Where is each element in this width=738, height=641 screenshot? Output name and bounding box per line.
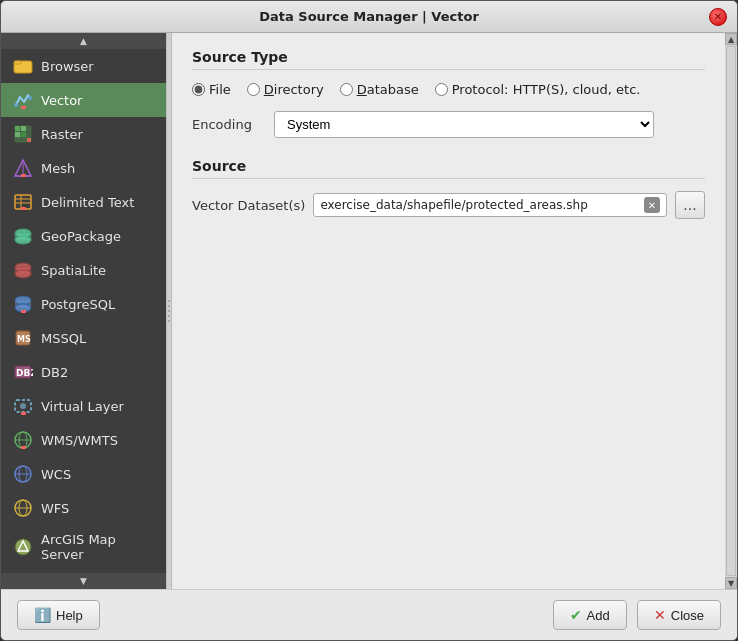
delimited-icon [13, 192, 33, 212]
sidebar-scroll-down[interactable]: ▼ [1, 573, 166, 589]
db2-icon: DB2 [13, 362, 33, 382]
sidebar-item-browser[interactable]: Browser [1, 49, 166, 83]
resize-dots [168, 300, 170, 322]
sidebar-label-raster: Raster [41, 127, 83, 142]
source-type-title: Source Type [192, 49, 705, 70]
radio-file[interactable]: File [192, 82, 231, 97]
mssql-icon: MS [13, 328, 33, 348]
sidebar-item-arcgis-map[interactable]: ArcGIS Map Server [1, 525, 166, 569]
dataset-row: Vector Dataset(s) exercise_data/shapefil… [192, 191, 705, 219]
svg-point-2 [14, 103, 18, 107]
svg-text:DB2: DB2 [16, 368, 33, 378]
svg-rect-10 [27, 138, 31, 142]
close-label: Close [671, 608, 704, 623]
radio-protocol[interactable]: Protocol: HTTP(S), cloud, etc. [435, 82, 641, 97]
window-title: Data Source Manager | Vector [29, 9, 709, 24]
scroll-up-arrow[interactable]: ▲ [725, 33, 737, 45]
sidebar-label-postgresql: PostgreSQL [41, 297, 115, 312]
svg-rect-35 [21, 412, 26, 415]
scroll-down-arrow[interactable]: ▼ [725, 577, 737, 589]
radio-directory[interactable]: Directory [247, 82, 324, 97]
postgresql-icon [13, 294, 33, 314]
sidebar-item-wcs[interactable]: WCS [1, 457, 166, 491]
radio-database-input[interactable] [340, 83, 353, 96]
svg-rect-14 [21, 174, 26, 177]
radio-directory-label: Directory [264, 82, 324, 97]
svg-rect-9 [21, 132, 26, 137]
arcgis-map-icon [13, 537, 33, 557]
svg-rect-7 [21, 126, 26, 131]
browse-button[interactable]: ... [675, 191, 705, 219]
panel-scrollbar: ▲ ▼ [725, 33, 737, 589]
sidebar-item-mesh[interactable]: Mesh [1, 151, 166, 185]
svg-text:MS: MS [17, 335, 31, 344]
encoding-label: Encoding [192, 117, 262, 132]
titlebar: Data Source Manager | Vector ✕ [1, 1, 737, 33]
right-panel: Source Type File Directory Database Prot… [172, 33, 725, 589]
sidebar-label-mesh: Mesh [41, 161, 75, 176]
dataset-input-wrapper: exercise_data/shapefile/protected_areas.… [313, 193, 667, 217]
svg-rect-1 [14, 61, 21, 64]
sidebar-item-delimited[interactable]: Delimited Text [1, 185, 166, 219]
close-icon: ✕ [654, 607, 666, 623]
sidebar-item-wfs[interactable]: WFS [1, 491, 166, 525]
clear-dataset-button[interactable]: ✕ [644, 197, 660, 213]
svg-rect-4 [21, 106, 26, 109]
svg-rect-19 [21, 207, 26, 210]
svg-rect-8 [15, 132, 20, 137]
sidebar-item-db2[interactable]: DB2 DB2 [1, 355, 166, 389]
sidebar-label-wfs: WFS [41, 501, 69, 516]
close-button[interactable]: ✕ Close [637, 600, 721, 630]
svg-rect-29 [21, 310, 26, 313]
sidebar-label-wms: WMS/WMTS [41, 433, 118, 448]
vector-icon [13, 90, 33, 110]
add-button[interactable]: ✔ Add [553, 600, 627, 630]
sidebar-item-vector[interactable]: Vector [1, 83, 166, 117]
footer: ℹ️ Help ✔ Add ✕ Close [1, 589, 737, 640]
sidebar-item-postgresql[interactable]: PostgreSQL [1, 287, 166, 321]
sidebar-scroll-up[interactable]: ▲ [1, 33, 166, 49]
help-label: Help [56, 608, 83, 623]
sidebar-item-spatialite[interactable]: SpatiaLite [1, 253, 166, 287]
folder-icon [13, 56, 33, 76]
sidebar-item-mssql[interactable]: MS MSSQL [1, 321, 166, 355]
svg-point-25 [15, 270, 31, 278]
source-type-options: File Directory Database Protocol: HTTP(S… [192, 82, 705, 97]
source-section-title: Source [192, 158, 705, 179]
wfs-icon [13, 498, 33, 518]
scroll-track[interactable] [726, 46, 736, 576]
sidebar-item-raster[interactable]: Raster [1, 117, 166, 151]
browse-label: ... [683, 197, 696, 213]
radio-database-label: Database [357, 82, 419, 97]
sidebar-item-geopackage[interactable]: GeoPackage [1, 219, 166, 253]
spatialite-icon [13, 260, 33, 280]
svg-rect-6 [15, 126, 20, 131]
add-icon: ✔ [570, 607, 582, 623]
dataset-label: Vector Dataset(s) [192, 198, 305, 213]
geopackage-icon [13, 226, 33, 246]
add-label: Add [587, 608, 610, 623]
sidebar-label-virtual: Virtual Layer [41, 399, 124, 414]
main-window: Data Source Manager | Vector ✕ ▲ Browser [0, 0, 738, 641]
help-button[interactable]: ℹ️ Help [17, 600, 100, 630]
encoding-row: Encoding System UTF-8 ISO-8859-1 UTF-16 [192, 111, 705, 138]
help-icon: ℹ️ [34, 607, 51, 623]
svg-point-36 [20, 403, 26, 409]
mesh-icon [13, 158, 33, 178]
encoding-select[interactable]: System UTF-8 ISO-8859-1 UTF-16 [274, 111, 654, 138]
radio-protocol-input[interactable] [435, 83, 448, 96]
svg-rect-40 [21, 446, 26, 449]
close-window-button[interactable]: ✕ [709, 8, 727, 26]
radio-file-input[interactable] [192, 83, 205, 96]
svg-point-3 [28, 96, 32, 100]
sidebar-label-wcs: WCS [41, 467, 71, 482]
radio-directory-input[interactable] [247, 83, 260, 96]
sidebar-scroll-area: Browser Vector [1, 49, 166, 573]
main-content: ▲ Browser [1, 33, 737, 589]
sidebar-item-virtual[interactable]: Virtual Layer [1, 389, 166, 423]
footer-right: ✔ Add ✕ Close [553, 600, 721, 630]
sidebar-label-spatialite: SpatiaLite [41, 263, 106, 278]
sidebar-item-wms[interactable]: WMS/WMTS [1, 423, 166, 457]
radio-database[interactable]: Database [340, 82, 419, 97]
wms-icon [13, 430, 33, 450]
